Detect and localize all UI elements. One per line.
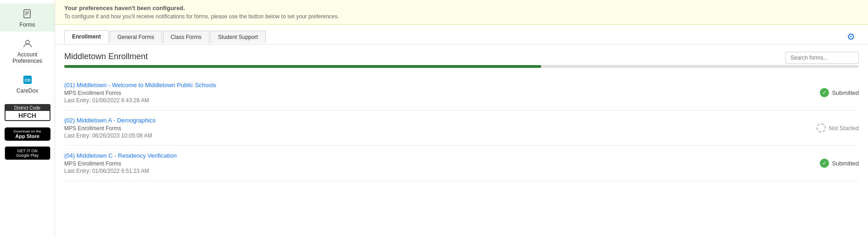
form-group: MPS Enrollment Forms — [64, 125, 817, 132]
form-item: (04) Middletown C - Residency Verificati… — [64, 146, 859, 181]
form-group: MPS Enrollment Forms — [64, 90, 820, 96]
tabs-bar: Enrollment General Forms Class Forms Stu… — [55, 25, 868, 44]
app-store-title: App Store — [7, 133, 48, 139]
form-last-entry: Last Entry: 06/26/2023 10:05:08 AM — [64, 132, 817, 139]
app-store-button[interactable]: Download on the App Store — [5, 127, 50, 141]
status-badge: Not Started — [817, 123, 859, 132]
svg-rect-0 — [24, 10, 30, 18]
status-label: Not Started — [829, 125, 859, 132]
tab-class-forms[interactable]: Class Forms — [163, 31, 209, 43]
form-item-info: (02) Middletown A - Demographics MPS Enr… — [64, 117, 817, 139]
status-badge: ✓ Submitted — [820, 88, 859, 97]
sidebar-item-caredox-label: CareDox — [17, 88, 38, 94]
form-last-entry: Last Entry: 01/06/2022 6:43:28 AM — [64, 97, 820, 104]
form-link[interactable]: (04) Middletown C - Residency Verificati… — [64, 152, 820, 159]
google-play-sub: GET IT ON — [8, 149, 47, 153]
banner-description: To configure if and how you'll receive n… — [64, 13, 859, 20]
form-item: (02) Middletown A - Demographics MPS Enr… — [64, 110, 859, 146]
search-input[interactable] — [785, 52, 859, 64]
district-code-box: District Code HFCH — [5, 104, 50, 121]
status-label: Submitted — [832, 160, 859, 167]
preferences-banner: Your preferences haven't been configured… — [55, 0, 868, 25]
sidebar-item-forms[interactable]: Forms — [0, 4, 55, 32]
svg-text:CD: CD — [24, 78, 30, 83]
submitted-check-icon: ✓ — [820, 159, 829, 168]
district-code-label: District Code — [6, 105, 50, 111]
section-title: Middletown Enrollment — [64, 52, 859, 61]
sidebar-item-account[interactable]: Account Preferences — [0, 33, 55, 68]
app-store-sub: Download on the — [7, 129, 48, 133]
tab-enrollment[interactable]: Enrollment — [64, 30, 109, 43]
form-item-info: (01) Middletown - Welcome to Middletown … — [64, 82, 820, 104]
content-area: Middletown Enrollment (01) Middletown - … — [55, 44, 868, 237]
banner-title: Your preferences haven't been configured… — [64, 5, 859, 11]
caredox-icon: CD — [21, 73, 34, 86]
sidebar: Forms Account Preferences CD CareDox Dis… — [0, 0, 55, 237]
google-play-button[interactable]: GET IT ON Google Play — [5, 146, 50, 160]
form-group: MPS Enrollment Forms — [64, 160, 820, 167]
form-item-row: (02) Middletown A - Demographics MPS Enr… — [64, 117, 859, 139]
progress-bar-fill — [64, 65, 541, 68]
settings-gear-button[interactable]: ⚙ — [843, 29, 859, 44]
status-badge: ✓ Submitted — [820, 159, 859, 168]
tab-general-forms[interactable]: General Forms — [110, 31, 162, 43]
main-content: Your preferences haven't been configured… — [55, 0, 868, 237]
svg-point-4 — [26, 40, 29, 44]
not-started-icon — [817, 123, 826, 132]
google-play-title: Google Play — [8, 153, 47, 158]
district-code-value: HFCH — [6, 111, 50, 120]
form-item: (01) Middletown - Welcome to Middletown … — [64, 75, 859, 110]
submitted-check-icon: ✓ — [820, 88, 829, 97]
account-icon — [21, 37, 34, 50]
form-item-row: (04) Middletown C - Residency Verificati… — [64, 152, 859, 174]
sidebar-item-account-label: Account Preferences — [2, 51, 53, 64]
form-item-info: (04) Middletown C - Residency Verificati… — [64, 152, 820, 174]
form-link[interactable]: (02) Middletown A - Demographics — [64, 117, 817, 124]
form-link[interactable]: (01) Middletown - Welcome to Middletown … — [64, 82, 820, 88]
form-item-row: (01) Middletown - Welcome to Middletown … — [64, 82, 859, 104]
tab-student-support[interactable]: Student Support — [210, 31, 266, 43]
forms-icon — [21, 7, 34, 20]
sidebar-item-forms-label: Forms — [20, 22, 35, 28]
sidebar-item-caredox[interactable]: CD CareDox — [0, 70, 55, 98]
status-label: Submitted — [832, 89, 859, 96]
form-last-entry: Last Entry: 01/06/2022 6:51:23 AM — [64, 168, 820, 174]
progress-bar-container — [64, 65, 859, 68]
